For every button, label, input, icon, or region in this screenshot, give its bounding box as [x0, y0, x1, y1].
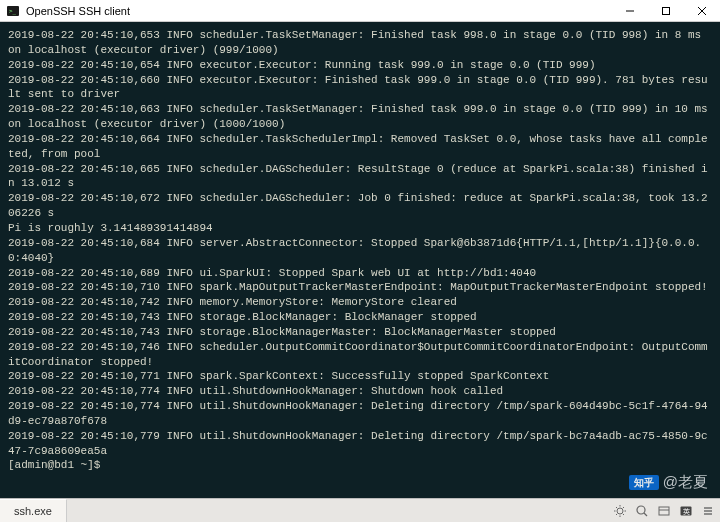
search-icon[interactable] — [634, 503, 650, 519]
log-line: 2019-08-22 20:45:10,743 INFO storage.Blo… — [8, 310, 712, 325]
log-line: 2019-08-22 20:45:10,653 INFO scheduler.T… — [8, 28, 712, 58]
svg-line-11 — [616, 507, 617, 508]
svg-text:英: 英 — [683, 507, 690, 514]
log-line: 2019-08-22 20:45:10,774 INFO util.Shutdo… — [8, 399, 712, 429]
log-line: 2019-08-22 20:45:10,684 INFO server.Abst… — [8, 236, 712, 266]
svg-line-16 — [644, 513, 647, 516]
tabbar-spacer — [67, 499, 612, 522]
tabbar: ssh.exe 英 — [0, 498, 720, 522]
log-line: 2019-08-22 20:45:10,774 INFO util.Shutdo… — [8, 384, 712, 399]
window-title: OpenSSH SSH client — [26, 5, 612, 17]
tab-ssh[interactable]: ssh.exe — [0, 499, 67, 522]
log-line: Pi is roughly 3.141489391414894 — [8, 221, 712, 236]
log-line: 2019-08-22 20:45:10,746 INFO scheduler.O… — [8, 340, 712, 370]
log-line: 2019-08-22 20:45:10,665 INFO scheduler.D… — [8, 162, 712, 192]
log-line: [admin@bd1 ~]$ — [8, 458, 712, 473]
log-line: 2019-08-22 20:45:10,663 INFO scheduler.T… — [8, 102, 712, 132]
svg-line-14 — [616, 514, 617, 515]
svg-point-15 — [637, 506, 645, 514]
log-line: 2019-08-22 20:45:10,742 INFO memory.Memo… — [8, 295, 712, 310]
svg-rect-3 — [663, 7, 670, 14]
close-button[interactable] — [684, 0, 720, 21]
panel-icon[interactable] — [656, 503, 672, 519]
terminal-output[interactable]: 2019-08-22 20:45:10,653 INFO scheduler.T… — [0, 22, 720, 498]
log-line: 2019-08-22 20:45:10,771 INFO spark.Spark… — [8, 369, 712, 384]
minimize-button[interactable] — [612, 0, 648, 21]
tray: 英 — [612, 499, 720, 522]
log-line: 2019-08-22 20:45:10,654 INFO executor.Ex… — [8, 58, 712, 73]
svg-text:>_: >_ — [9, 7, 17, 15]
app-icon: >_ — [6, 4, 20, 18]
ime-icon[interactable]: 英 — [678, 503, 694, 519]
svg-rect-17 — [659, 507, 669, 515]
log-line: 2019-08-22 20:45:10,743 INFO storage.Blo… — [8, 325, 712, 340]
log-line: 2019-08-22 20:45:10,664 INFO scheduler.T… — [8, 132, 712, 162]
sun-icon[interactable] — [612, 503, 628, 519]
log-line: 2019-08-22 20:45:10,672 INFO scheduler.D… — [8, 191, 712, 221]
maximize-button[interactable] — [648, 0, 684, 21]
window-controls — [612, 0, 720, 21]
svg-point-6 — [617, 508, 623, 514]
log-line: 2019-08-22 20:45:10,710 INFO spark.MapOu… — [8, 280, 712, 295]
menu-icon[interactable] — [700, 503, 716, 519]
log-line: 2019-08-22 20:45:10,779 INFO util.Shutdo… — [8, 429, 712, 459]
svg-line-13 — [623, 507, 624, 508]
titlebar: >_ OpenSSH SSH client — [0, 0, 720, 22]
log-line: 2019-08-22 20:45:10,660 INFO executor.Ex… — [8, 73, 712, 103]
svg-line-12 — [623, 514, 624, 515]
log-line: 2019-08-22 20:45:10,689 INFO ui.SparkUI:… — [8, 266, 712, 281]
